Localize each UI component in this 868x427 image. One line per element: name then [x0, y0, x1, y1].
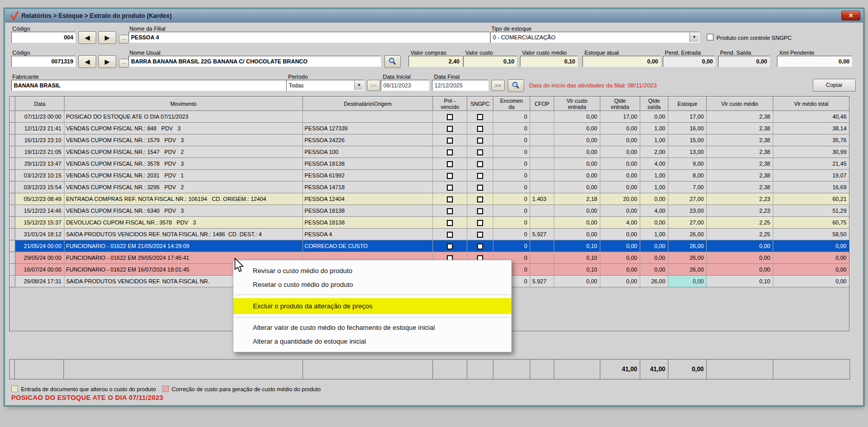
encomenda-cell: 0	[493, 146, 530, 158]
valor-compras-field[interactable]: 2,40	[408, 56, 462, 67]
fabricante-field[interactable]: BANANA BRASIL	[11, 80, 287, 91]
filial-lookup-button[interactable]: ...	[119, 35, 129, 43]
table-row[interactable]: 03/12/23 15:54VENDAS CUPOM FISCAL NR.: 3…	[10, 182, 850, 193]
sngpc-cell[interactable]	[467, 158, 493, 170]
table-row[interactable]: 05/12/23 08:49ENTRADA COMPRAS REF. NOTA …	[10, 193, 850, 205]
estoque-atual-field[interactable]: 0,00	[582, 56, 661, 67]
valor-custo-field[interactable]: 0,10	[463, 56, 517, 67]
pre-vencido-cell[interactable]	[433, 123, 467, 134]
encomenda-cell: 0	[493, 134, 530, 146]
search-icon	[388, 57, 397, 65]
table-row[interactable]: 03/12/23 10:15VENDAS CUPOM FISCAL NR.: 2…	[10, 170, 850, 182]
pre-vencido-cell[interactable]	[433, 134, 467, 146]
qtde-entrada-cell: 0,00	[600, 182, 640, 193]
table-row[interactable]: 07/11/23 00:00POSICAO DO ESTOQUE ATE O D…	[10, 111, 850, 123]
pre-vencido-cell[interactable]	[433, 111, 467, 123]
pre-vencido-cell[interactable]	[433, 170, 467, 182]
sngpc-cell[interactable]	[467, 205, 493, 217]
sngpc-cell[interactable]	[467, 217, 493, 229]
period-next-button[interactable]: >>	[491, 80, 505, 91]
data-final-label: Data Final	[434, 74, 460, 80]
period-prev-button[interactable]: <<	[367, 80, 380, 91]
menu-item[interactable]: Alterar valor de custo médio do fechamen…	[233, 321, 511, 334]
xml-pendente-field[interactable]: 0,00	[777, 56, 852, 67]
table-row[interactable]: 19/11/23 21:05VENDAS CUPOM FISCAL NR.: 1…	[10, 146, 850, 158]
pre-vencido-cell[interactable]	[433, 158, 467, 170]
data-inicial-field[interactable]: 08/11/2023	[381, 80, 429, 91]
produto-lookup-button[interactable]: ...	[119, 59, 129, 68]
data-final-field[interactable]: 12/12/2025	[432, 80, 489, 91]
produto-search-button[interactable]	[384, 55, 401, 68]
sngpc-checkbox-icon	[477, 196, 483, 203]
vlr-medio-total-cell: 0,00	[773, 240, 850, 252]
copiar-button[interactable]: Copiar	[813, 79, 856, 92]
sngpc-cell[interactable]	[467, 111, 493, 123]
vlr-medio-total-cell: 58,50	[773, 229, 850, 240]
pre-vencido-cell[interactable]	[433, 193, 467, 205]
vlr-medio-total-cell: 60,75	[773, 217, 850, 229]
sngpc-checkbox-icon	[477, 126, 483, 132]
sngpc-cell[interactable]	[467, 193, 493, 205]
sngpc-checkbox[interactable]	[707, 34, 713, 40]
sngpc-cell[interactable]	[467, 240, 493, 252]
destinatario-cell: PESSOA 127339	[303, 123, 433, 134]
produto-prev-button[interactable]: ◀	[78, 55, 96, 68]
qtde-entrada-cell: 0,00	[600, 134, 640, 146]
table-row[interactable]: 31/01/24 18:12SAIDA PRODUTOS VENCIDOS RE…	[10, 229, 850, 240]
menu-item[interactable]: Excluir o produto da alteração de preços	[233, 298, 511, 314]
sngpc-cell[interactable]	[467, 134, 493, 146]
filial-prev-button[interactable]: ◀	[78, 31, 96, 44]
table-row[interactable]: 12/11/23 21:41VENDAS CUPOM FISCAL NR.: 8…	[10, 123, 850, 134]
menu-item[interactable]: Revisar o custo médio do produto	[233, 264, 511, 278]
sngpc-cell[interactable]	[467, 182, 493, 193]
tipo-estoque-select[interactable]: 0 - COMERCIALIZAÇÃO ▼	[490, 32, 700, 43]
pend-saida-field[interactable]: 0,00	[718, 56, 770, 67]
pre-vencido-cell[interactable]	[433, 182, 467, 193]
movimento-cell: VENDAS CUPOM FISCAL NR.: 6340 PDV 3	[64, 205, 303, 217]
movimento-cell: VENDAS CUPOM FISCAL NR.: 1579 PDV 3	[64, 134, 303, 146]
movimento-cell: VENDAS CUPOM FISCAL NR.: 2031 PDV 1	[64, 170, 303, 182]
pend-entrada-field[interactable]: 0,00	[663, 56, 715, 67]
table-row[interactable]: 15/12/23 15:37DEVOLUCAO CUPOM FISCAL NR.…	[10, 217, 850, 229]
data-inicial-label: Data Inicial	[383, 74, 410, 80]
sngpc-cell[interactable]	[467, 146, 493, 158]
pre-vencido-cell[interactable]	[433, 229, 467, 240]
data-cell: 03/12/23 15:54	[15, 182, 64, 193]
table-row[interactable]: 16/11/23 23:10VENDAS CUPOM FISCAL NR.: 1…	[10, 134, 850, 146]
vlr-medio-total-cell: 16,69	[773, 182, 850, 193]
pre-vencido-cell[interactable]	[433, 146, 467, 158]
pre-vencido-cell[interactable]	[433, 217, 467, 229]
qtde-saida-cell: 1,00	[640, 134, 668, 146]
pre-vencido-cell[interactable]	[433, 240, 467, 252]
valor-custo-medio-field[interactable]: 0,10	[520, 56, 578, 67]
pre-vencido-checkbox-icon	[447, 196, 453, 203]
qtde-entrada-cell: 0,00	[600, 158, 640, 170]
table-row[interactable]: 15/12/23 14:46VENDAS CUPOM FISCAL NR.: 6…	[10, 205, 850, 217]
sngpc-cell[interactable]	[467, 123, 493, 134]
chevron-down-icon[interactable]: ▼	[354, 81, 363, 90]
menu-item[interactable]: Alterar a quantidade do estoque inicial	[233, 334, 511, 348]
filial-codigo-field[interactable]: 004	[11, 32, 76, 43]
total-qtde-entrada: 41,00	[600, 359, 640, 379]
pre-vencido-cell[interactable]	[433, 205, 467, 217]
produto-nome-field[interactable]: BARRA BANANA BRASIL 22G BANANA C/ CHOCOL…	[128, 56, 381, 67]
produto-next-button[interactable]: ▶	[98, 55, 116, 68]
menu-item[interactable]: Resetar o custo médio do produto	[233, 278, 511, 291]
filial-nome-field[interactable]: PESSOA 4	[128, 32, 490, 43]
data-cell: 12/11/23 21:41	[15, 123, 64, 134]
produto-codigo-field[interactable]: 0071319	[11, 56, 76, 67]
qtde-entrada-cell: 0,00	[600, 264, 640, 276]
periodo-value: Todas	[289, 82, 314, 88]
filter-search-button[interactable]	[508, 79, 524, 92]
estoque-cell: 23,00	[668, 205, 707, 217]
sngpc-cell[interactable]	[467, 170, 493, 182]
filial-next-button[interactable]: ▶	[98, 31, 116, 44]
close-button[interactable]: ✕	[841, 11, 860, 20]
estoque-cell: 13,00	[668, 146, 707, 158]
table-row[interactable]: 29/11/23 13:47VENDAS CUPOM FISCAL NR.: 3…	[10, 158, 850, 170]
sngpc-cell[interactable]	[467, 229, 493, 240]
encomenda-cell: 0	[493, 205, 530, 217]
periodo-select[interactable]: Todas ▼	[286, 80, 364, 91]
chevron-down-icon[interactable]: ▼	[689, 33, 699, 42]
table-row[interactable]: 21/05/24 00:00FUNCIONARIO - 01622 EM 21/…	[10, 240, 850, 252]
